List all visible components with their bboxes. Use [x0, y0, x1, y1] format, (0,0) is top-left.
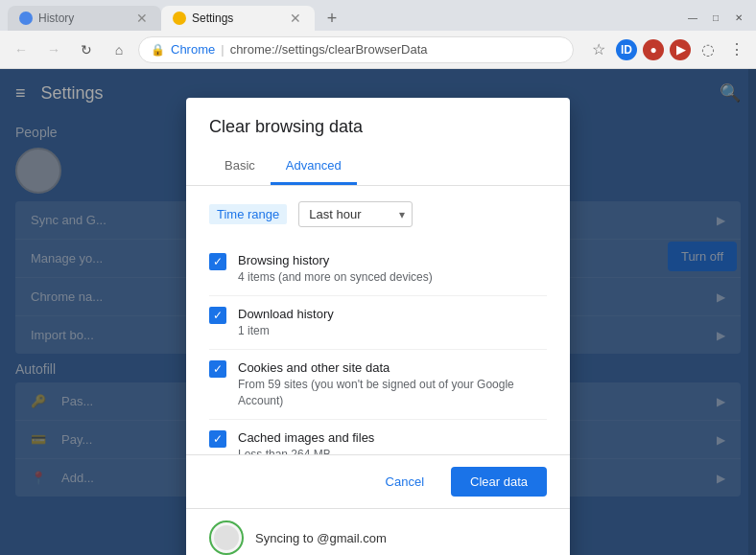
browsing-history-sublabel: 4 items (and more on synced devices)	[238, 269, 433, 286]
time-range-select[interactable]: Last hour Last 24 hours Last 7 days Last…	[298, 201, 413, 227]
time-range-row: Time range Last hour Last 24 hours Last …	[209, 201, 547, 227]
maximize-button[interactable]: □	[706, 8, 725, 27]
modal-overlay: Clear browsing data Basic Advanced Time …	[0, 69, 756, 555]
clear-browsing-data-modal: Clear browsing data Basic Advanced Time …	[186, 98, 570, 555]
download-history-checkbox[interactable]	[209, 307, 226, 324]
browsing-history-text: Browsing history 4 items (and more on sy…	[238, 252, 433, 286]
tabs-container: History ✕ Settings ✕ +	[8, 6, 675, 31]
history-tab-close[interactable]: ✕	[134, 10, 150, 27]
minimize-button[interactable]: —	[683, 8, 702, 27]
ext-icon-3[interactable]: ▶	[670, 39, 691, 60]
address-bar: ← → ↻ ⌂ 🔒 Chrome | chrome://settings/cle…	[0, 31, 756, 69]
download-history-label: Download history	[238, 306, 334, 323]
time-range-select-wrap[interactable]: Last hour Last 24 hours Last 7 days Last…	[298, 201, 413, 227]
chrome-label: Chrome	[171, 42, 215, 57]
settings-tab-title: Settings	[192, 12, 282, 25]
browsing-history-label: Browsing history	[238, 252, 433, 269]
menu-icon[interactable]: ⋮	[725, 38, 748, 61]
download-history-sublabel: 1 item	[238, 323, 334, 339]
cached-images-item: Cached images and files Less than 264 MB	[209, 420, 547, 454]
tab-advanced[interactable]: Advanced	[271, 149, 357, 185]
time-range-label: Time range	[209, 204, 287, 224]
lock-icon: 🔒	[151, 43, 165, 57]
address-input[interactable]: 🔒 Chrome | chrome://settings/clearBrowse…	[138, 36, 574, 63]
sync-text-modal: Syncing to @gmail.com	[255, 531, 387, 545]
ext-icon-2[interactable]: ●	[643, 39, 664, 60]
loading-icon: ◌	[697, 38, 720, 61]
download-history-item: Download history 1 item	[209, 296, 547, 350]
forward-button[interactable]: →	[40, 36, 67, 63]
address-url: chrome://settings/clearBrowserData	[230, 42, 428, 57]
history-tab-title: History	[38, 12, 129, 25]
browser-frame: History ✕ Settings ✕ + — □ ✕ ← → ↻ ⌂ 🔒 C…	[0, 0, 756, 555]
cached-images-text: Cached images and files Less than 264 MB	[238, 429, 374, 454]
tab-history[interactable]: History ✕	[8, 6, 161, 31]
close-button[interactable]: ✕	[729, 8, 748, 27]
tab-settings[interactable]: Settings ✕	[161, 6, 315, 31]
cookies-checkbox[interactable]	[209, 360, 226, 378]
address-right-icons: ☆ ID ● ▶ ◌ ⋮	[587, 38, 748, 61]
title-bar: History ✕ Settings ✕ + — □ ✕	[0, 0, 756, 31]
browsing-history-checkbox[interactable]	[209, 253, 226, 270]
home-button[interactable]: ⌂	[106, 36, 132, 63]
address-divider: |	[221, 42, 224, 57]
modal-tabs: Basic Advanced	[186, 149, 570, 186]
window-controls: — □ ✕	[683, 8, 748, 31]
modal-body: Time range Last hour Last 24 hours Last …	[186, 186, 570, 454]
clear-data-button[interactable]: Clear data	[451, 467, 547, 497]
modal-title: Clear browsing data	[186, 98, 570, 149]
cookies-text: Cookies and other site data From 59 site…	[238, 359, 547, 409]
download-history-text: Download history 1 item	[238, 306, 334, 339]
cookies-label: Cookies and other site data	[238, 359, 547, 377]
settings-tab-icon	[173, 12, 186, 25]
new-tab-button[interactable]: +	[319, 6, 345, 31]
modal-footer: Cancel Clear data	[186, 454, 570, 508]
sync-section: Syncing to @gmail.com	[186, 508, 570, 555]
back-button[interactable]: ←	[8, 36, 35, 63]
settings-tab-close[interactable]: ✕	[288, 10, 303, 27]
cookies-item: Cookies and other site data From 59 site…	[209, 350, 547, 420]
cookies-sublabel: From 59 sites (you won't be signed out o…	[238, 377, 547, 409]
sync-avatar-modal	[209, 520, 244, 555]
cancel-button[interactable]: Cancel	[366, 467, 443, 497]
bookmark-icon[interactable]: ☆	[587, 38, 610, 61]
sync-avatar-inner-modal	[214, 525, 239, 550]
browsing-history-item: Browsing history 4 items (and more on sy…	[209, 243, 547, 296]
ext-icon-1[interactable]: ID	[616, 39, 637, 60]
cached-images-sublabel: Less than 264 MB	[238, 447, 374, 454]
cached-images-label: Cached images and files	[238, 429, 374, 447]
reload-button[interactable]: ↻	[73, 36, 100, 63]
page-content: ≡ Settings 🔍 People Sync and G... ▶ Mana…	[0, 69, 756, 555]
tab-basic[interactable]: Basic	[209, 149, 271, 185]
history-tab-icon	[19, 12, 33, 25]
cached-images-checkbox[interactable]	[209, 430, 226, 448]
